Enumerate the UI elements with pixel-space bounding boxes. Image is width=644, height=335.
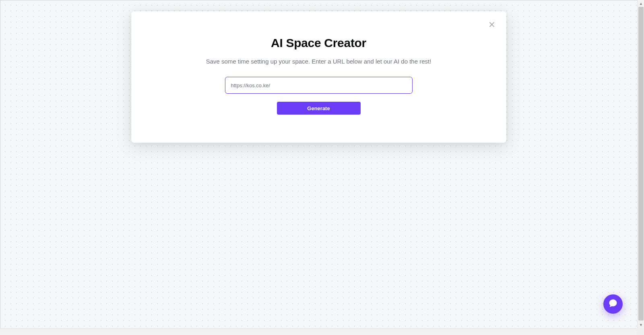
scrollbar-corner [637, 328, 644, 335]
scroll-down-arrow-icon[interactable]: ▼ [638, 321, 644, 328]
generate-button[interactable]: Generate [277, 102, 361, 115]
url-input-wrap [147, 77, 490, 94]
content-area: AI Space Creator Save some time setting … [0, 0, 637, 328]
generate-button-wrap: Generate [147, 102, 490, 115]
ai-space-creator-modal: AI Space Creator Save some time setting … [131, 11, 506, 143]
chat-widget-button[interactable] [603, 294, 623, 314]
scroll-up-arrow-icon[interactable]: ▲ [638, 0, 644, 7]
modal-title: AI Space Creator [147, 36, 490, 50]
modal-subtitle: Save some time setting up your space. En… [147, 58, 490, 65]
vertical-scroll-thumb[interactable] [638, 7, 644, 321]
vertical-scrollbar[interactable]: ▲ ▼ [637, 0, 644, 328]
close-icon [489, 21, 495, 29]
close-button[interactable] [486, 19, 497, 31]
url-input[interactable] [225, 77, 413, 94]
chat-icon [608, 298, 618, 310]
horizontal-scrollbar[interactable] [0, 328, 637, 335]
